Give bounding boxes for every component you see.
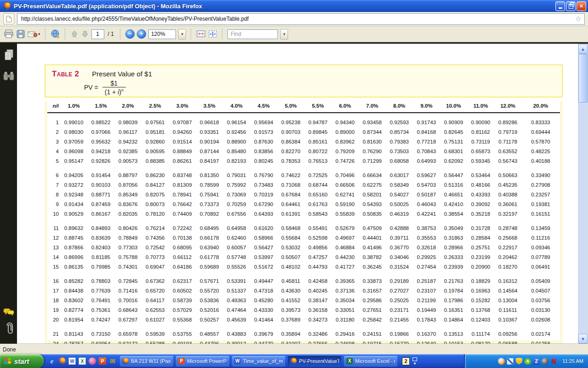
pv-cell: 0.85480 — [223, 147, 250, 156]
pv-cell: 0.91573 — [250, 127, 277, 137]
page-number-input[interactable] — [91, 29, 104, 39]
previous-page-button[interactable] — [70, 28, 79, 40]
column-header: 20.0% — [521, 101, 560, 112]
taskbar-window-button[interactable]: PV-PresentValueT... — [288, 356, 341, 367]
pv-cell: 0.65978 — [114, 329, 141, 339]
minimize-button[interactable] — [555, 1, 565, 11]
pv-cell: 0.49697 — [332, 233, 359, 243]
save-button[interactable] — [16, 28, 25, 40]
pv-cell: 0.82774 — [60, 305, 87, 315]
table-row: 180.836020.764910.700160.641170.587390.5… — [47, 296, 560, 305]
zoom-in-button[interactable]: + — [137, 29, 146, 39]
next-page-button[interactable] — [81, 28, 89, 40]
zoom-dropdown-button[interactable]: ▾ — [178, 29, 186, 40]
powerpoint-icon[interactable] — [99, 357, 106, 365]
pv-cell: 0.54027 — [386, 190, 413, 200]
pv-cell: 0.92348 — [60, 190, 87, 200]
taskbar-window-button[interactable]: BA 213 W11 (Pasc... — [120, 356, 173, 367]
taskbar-window-button[interactable]: Time_value_of_mo... — [232, 356, 285, 367]
pv-cell: 0.64461 — [277, 200, 304, 209]
scroll-up-button[interactable]: ▲ — [578, 44, 588, 54]
restore-button[interactable] — [566, 1, 576, 11]
volume-icon[interactable] — [542, 358, 548, 365]
messenger-icon[interactable] — [498, 358, 505, 365]
access-icon[interactable] — [89, 357, 96, 365]
norton-icon[interactable] — [550, 358, 557, 365]
zonealarm-icon[interactable] — [533, 358, 540, 365]
url-input[interactable] — [20, 15, 575, 23]
close-button[interactable]: × — [577, 1, 586, 11]
pv-cell: 0.85282 — [60, 276, 87, 286]
taskbar-window-label: Time_value_of_mo... — [243, 358, 283, 364]
pv-cell: 0.75992 — [223, 180, 250, 190]
attachments-paperclip-icon[interactable] — [3, 322, 15, 335]
minimize-icon — [559, 7, 562, 9]
vertical-scrollbar[interactable]: ▲ ▼ — [578, 44, 588, 344]
outlook-icon[interactable] — [109, 357, 116, 365]
shield-icon[interactable] — [515, 358, 522, 365]
binoculars-search-icon[interactable] — [3, 71, 15, 82]
pv-cell: 0.77218 — [413, 137, 440, 147]
start-button[interactable]: start — [0, 354, 44, 368]
find-dropdown-button[interactable]: ▾ — [280, 29, 288, 40]
pv-cell: 0.07789 — [521, 253, 560, 262]
pv-cell: 0.81350 — [196, 171, 223, 180]
pv-cell: 0.62741 — [332, 190, 359, 200]
scrollbar-thumb[interactable] — [578, 54, 588, 103]
pages-panel-icon[interactable] — [3, 49, 15, 62]
pv-cell: 0.10367 — [494, 315, 521, 325]
zoom-level-value[interactable]: 120% — [148, 29, 176, 39]
pv-cell: 0.88797 — [114, 171, 141, 180]
pv-cell: 0.42241 — [413, 209, 440, 219]
firefox-icon — [122, 358, 129, 364]
pv-cell: 0.38147 — [305, 296, 332, 305]
search-web-button[interactable]: ★ — [51, 28, 60, 40]
pv-cell: 0.48557 — [196, 329, 223, 339]
pv-cell: 0.44401 — [359, 233, 386, 243]
pv-cell: 0.94787 — [305, 118, 332, 127]
pv-cell: 0.70843 — [413, 147, 440, 156]
print-button[interactable] — [4, 28, 14, 40]
fit-width-button[interactable] — [196, 28, 206, 40]
excel-icon[interactable] — [79, 357, 86, 365]
comments-panel-icon[interactable] — [3, 307, 15, 317]
tools-icon[interactable] — [507, 358, 514, 365]
pv-cell: 0.35049 — [440, 224, 467, 233]
pv-cell: 0.96098 — [60, 147, 87, 156]
word-icon[interactable] — [68, 357, 76, 365]
fit-page-button[interactable] — [208, 28, 217, 40]
pv-cell: 0.39679 — [250, 329, 277, 339]
pv-cell: 0.80722 — [305, 147, 332, 156]
pv-cell: 0.31728 — [467, 224, 494, 233]
email-review-button[interactable]: ▾ — [28, 28, 40, 40]
language-indicator-icon[interactable]: 2 — [402, 357, 410, 365]
pv-cell: 0.49447 — [250, 276, 277, 286]
pv-cell: 0.70016 — [114, 296, 141, 305]
pv-cell: 0.47464 — [223, 305, 250, 315]
zoom-out-button[interactable]: − — [125, 29, 135, 39]
pv-cell: 0.84438 — [60, 286, 87, 296]
period-cell: 8 — [47, 190, 60, 200]
pv-cell: 0.47509 — [359, 224, 386, 233]
column-header: 1.0% — [60, 101, 87, 112]
pv-cell: 0.70138 — [169, 233, 196, 243]
period-cell: 12 — [47, 233, 60, 243]
firefox-icon[interactable] — [58, 357, 66, 365]
pv-cell: 0.03130 — [521, 305, 560, 315]
taskbar-window-button[interactable]: Microsoft Excel - r... — [344, 356, 397, 367]
pv-cell: 0.27027 — [386, 286, 413, 296]
toolbar-chevron-icon[interactable]: ▼ — [413, 362, 417, 365]
taskbar-window-button[interactable]: Microsoft PowerPo... — [176, 356, 229, 367]
scroll-down-button[interactable]: ▼ — [578, 334, 588, 344]
restore-windows-icon[interactable] — [413, 357, 417, 361]
pv-cell: 0.98522 — [87, 118, 114, 127]
pv-cell: 0.13459 — [521, 224, 560, 233]
pv-cell: 0.93458 — [359, 118, 386, 127]
bookmark-star-icon[interactable]: ☆ — [575, 15, 582, 23]
ie-icon[interactable] — [48, 357, 56, 365]
pv-cell: 0.39573 — [277, 305, 304, 315]
antivirus-icon[interactable] — [524, 358, 531, 365]
pv-cell: 0.04507 — [521, 286, 560, 296]
find-input[interactable] — [230, 30, 276, 38]
row-group: 10.990100.985220.980390.975610.970870.96… — [47, 118, 560, 166]
